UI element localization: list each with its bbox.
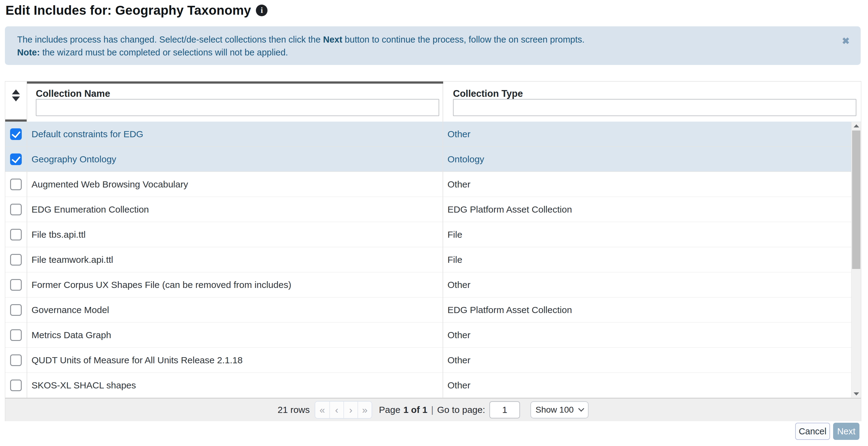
collection-type-cell: Other xyxy=(442,129,861,139)
collection-type-filter-input[interactable] xyxy=(453,99,856,116)
table-row[interactable]: Former Corpus UX Shapes File (can be rem… xyxy=(5,272,861,297)
table-row[interactable]: SKOS-XL SHACL shapes Other xyxy=(5,373,861,398)
pager-button-group: «‹›» xyxy=(315,401,372,419)
sort-desc-icon xyxy=(12,96,20,101)
collection-name-cell: Augmented Web Browsing Vocabulary xyxy=(27,179,442,189)
row-checkbox[interactable] xyxy=(10,304,22,316)
table-scrollbar[interactable] xyxy=(851,122,861,398)
table-row[interactable]: Geography Ontology Ontology xyxy=(5,147,861,172)
row-checkbox-cell xyxy=(5,204,27,215)
row-checkbox-cell xyxy=(5,179,27,190)
collection-type-cell: Other xyxy=(442,330,861,340)
row-checkbox[interactable] xyxy=(10,354,22,366)
scroll-down-icon[interactable] xyxy=(851,390,861,398)
page-size-value: Show 100 xyxy=(536,405,574,415)
page-value: 1 of 1 xyxy=(403,405,427,415)
row-checkbox[interactable] xyxy=(10,153,22,165)
collection-name-cell: Geography Ontology xyxy=(27,154,442,165)
collection-name-cell: Governance Model xyxy=(27,305,442,315)
table-row[interactable]: Default constraints for EDG Other xyxy=(5,122,861,147)
goto-page-input[interactable] xyxy=(489,401,520,418)
collection-name-cell: Former Corpus UX Shapes File (can be rem… xyxy=(27,280,442,290)
table-row[interactable]: QUDT Units of Measure for All Units Rele… xyxy=(5,348,861,373)
row-checkbox[interactable] xyxy=(10,279,22,291)
scroll-up-icon[interactable] xyxy=(851,122,861,130)
table-row[interactable]: EDG Enumeration Collection EDG Platform … xyxy=(5,197,861,222)
row-checkbox-cell xyxy=(5,254,27,266)
collection-type-cell: File xyxy=(442,255,861,265)
row-checkbox[interactable] xyxy=(10,254,22,266)
banner-line-1: The includes process has changed. Select… xyxy=(17,33,827,46)
collection-type-cell: File xyxy=(442,230,861,240)
table-row[interactable]: File teamwork.api.ttl File xyxy=(5,247,861,272)
collection-type-cell: Other xyxy=(442,179,861,189)
last-page-button[interactable]: » xyxy=(358,402,372,418)
page-indicator: Page 1 of 1 | Go to page: xyxy=(379,405,485,415)
collection-type-cell: EDG Platform Asset Collection xyxy=(442,305,861,315)
table-row[interactable]: File tbs.api.ttl File xyxy=(5,222,861,247)
separator: | xyxy=(430,405,434,415)
collection-name-cell: SKOS-XL SHACL shapes xyxy=(27,380,442,391)
row-checkbox[interactable] xyxy=(10,128,22,140)
sort-icon[interactable] xyxy=(5,89,27,101)
sort-asc-icon xyxy=(12,89,20,94)
collection-type-cell: Other xyxy=(442,380,861,391)
page-label: Page xyxy=(379,405,400,415)
dialog-actions: Cancel Next xyxy=(795,423,860,440)
table-footer: 21 rows «‹›» Page 1 of 1 | Go to page: S… xyxy=(5,398,861,421)
collection-type-cell: Other xyxy=(442,355,861,365)
next-button[interactable]: Next xyxy=(833,423,860,440)
banner-close-icon[interactable]: ✖ xyxy=(842,35,850,46)
column-header-collection-name[interactable]: Collection Name xyxy=(36,88,110,99)
info-icon[interactable]: i xyxy=(256,5,268,16)
page-size-select[interactable]: Show 100 xyxy=(530,401,589,418)
table-row[interactable]: Augmented Web Browsing Vocabulary Other xyxy=(5,172,861,197)
table-header: Collection Name Collection Type xyxy=(5,82,861,122)
page-title: Edit Includes for: Geography Taxonomy i xyxy=(5,3,268,18)
row-checkbox[interactable] xyxy=(10,179,22,190)
edit-includes-dialog: Edit Includes for: Geography Taxonomy i … xyxy=(0,0,868,446)
row-checkbox-cell xyxy=(5,354,27,366)
page-title-text: Edit Includes for: Geography Taxonomy xyxy=(5,3,251,18)
column-divider xyxy=(27,82,27,398)
collections-table: Collection Name Collection Type Default … xyxy=(5,81,861,421)
collection-name-cell: File tbs.api.ttl xyxy=(27,230,442,240)
collection-name-cell: EDG Enumeration Collection xyxy=(27,204,442,215)
chevron-down-icon xyxy=(578,406,584,412)
collection-name-cell: Default constraints for EDG xyxy=(27,129,442,139)
row-checkbox[interactable] xyxy=(10,329,22,341)
row-checkbox-cell xyxy=(5,380,27,391)
column-drag-bar-top xyxy=(27,82,443,84)
row-checkbox-cell xyxy=(5,229,27,240)
collection-type-cell: Ontology xyxy=(442,154,861,165)
row-checkbox-cell xyxy=(5,304,27,316)
collection-name-filter-input[interactable] xyxy=(36,99,439,116)
collection-type-cell: EDG Platform Asset Collection xyxy=(442,204,861,215)
collection-name-cell: QUDT Units of Measure for All Units Rele… xyxy=(27,355,442,365)
previous-page-button[interactable]: ‹ xyxy=(329,402,343,418)
column-divider xyxy=(442,82,443,398)
table-body: Default constraints for EDG Other Geogra… xyxy=(5,122,861,398)
column-drag-bar-bottom xyxy=(5,119,27,122)
column-header-collection-type[interactable]: Collection Type xyxy=(453,88,523,99)
collection-name-cell: Metrics Data Graph xyxy=(27,330,442,340)
scrollbar-thumb[interactable] xyxy=(852,130,860,269)
row-checkbox-cell xyxy=(5,279,27,291)
row-checkbox[interactable] xyxy=(10,229,22,240)
row-checkbox-cell xyxy=(5,153,27,165)
row-checkbox-cell xyxy=(5,128,27,140)
row-checkbox-cell xyxy=(5,329,27,341)
banner-line-2: Note: the wizard must be completed or se… xyxy=(17,46,827,59)
first-page-button[interactable]: « xyxy=(315,402,329,418)
goto-page-label: Go to page: xyxy=(437,405,485,415)
row-checkbox[interactable] xyxy=(10,380,22,391)
info-banner: The includes process has changed. Select… xyxy=(5,26,861,65)
row-checkbox[interactable] xyxy=(10,204,22,215)
table-row[interactable]: Metrics Data Graph Other xyxy=(5,323,861,348)
collection-name-cell: File teamwork.api.ttl xyxy=(27,255,442,265)
cancel-button[interactable]: Cancel xyxy=(795,423,830,440)
rows-count: 21 rows xyxy=(278,405,310,415)
table-row[interactable]: Governance Model EDG Platform Asset Coll… xyxy=(5,297,861,323)
collection-type-cell: Other xyxy=(442,280,861,290)
next-page-button[interactable]: › xyxy=(343,402,358,418)
